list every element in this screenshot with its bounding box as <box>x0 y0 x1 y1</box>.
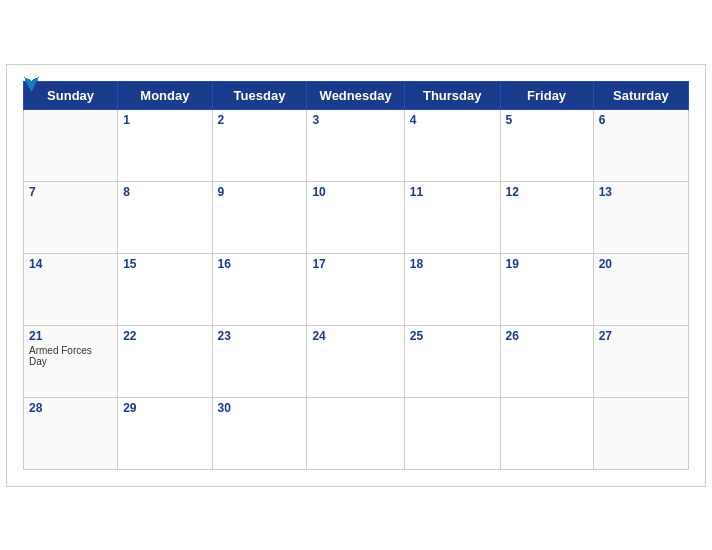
calendar-cell: 10 <box>307 181 404 253</box>
calendar-cell <box>593 397 688 469</box>
calendar-cell: 19 <box>500 253 593 325</box>
day-number: 3 <box>312 113 398 127</box>
day-number: 24 <box>312 329 398 343</box>
day-number: 21 <box>29 329 112 343</box>
calendar-cell: 9 <box>212 181 307 253</box>
calendar-cell: 21Armed Forces Day <box>24 325 118 397</box>
day-number: 19 <box>506 257 588 271</box>
calendar-cell: 17 <box>307 253 404 325</box>
calendar-cell: 16 <box>212 253 307 325</box>
calendar-cell <box>404 397 500 469</box>
holiday-label: Armed Forces Day <box>29 345 112 367</box>
calendar-cell: 23 <box>212 325 307 397</box>
day-number: 28 <box>29 401 112 415</box>
day-number: 17 <box>312 257 398 271</box>
header-thursday: Thursday <box>404 81 500 109</box>
calendar-cell <box>24 109 118 181</box>
day-number: 12 <box>506 185 588 199</box>
day-number: 8 <box>123 185 206 199</box>
calendar-cell: 15 <box>118 253 212 325</box>
day-number: 26 <box>506 329 588 343</box>
day-number: 30 <box>218 401 302 415</box>
calendar-cell: 4 <box>404 109 500 181</box>
day-number: 23 <box>218 329 302 343</box>
calendar-cell: 5 <box>500 109 593 181</box>
day-number: 4 <box>410 113 495 127</box>
calendar-week-row: 282930 <box>24 397 689 469</box>
calendar-cell: 13 <box>593 181 688 253</box>
day-number: 9 <box>218 185 302 199</box>
day-number: 18 <box>410 257 495 271</box>
calendar-cell: 20 <box>593 253 688 325</box>
header-monday: Monday <box>118 81 212 109</box>
day-number: 2 <box>218 113 302 127</box>
calendar-cell: 28 <box>24 397 118 469</box>
day-number: 29 <box>123 401 206 415</box>
calendar-cell: 11 <box>404 181 500 253</box>
day-number: 16 <box>218 257 302 271</box>
calendar-cell: 3 <box>307 109 404 181</box>
day-number: 11 <box>410 185 495 199</box>
calendar-container: ⮟ Sunday Monday Tuesday Wednesday Thursd… <box>6 64 706 487</box>
calendar-cell <box>500 397 593 469</box>
header-wednesday: Wednesday <box>307 81 404 109</box>
day-number: 14 <box>29 257 112 271</box>
logo-bird-icon: ⮟ <box>23 75 41 95</box>
weekday-header-row: Sunday Monday Tuesday Wednesday Thursday… <box>24 81 689 109</box>
calendar-cell: 14 <box>24 253 118 325</box>
day-number: 20 <box>599 257 683 271</box>
calendar-week-row: 123456 <box>24 109 689 181</box>
day-number: 6 <box>599 113 683 127</box>
calendar-cell: 22 <box>118 325 212 397</box>
day-number: 13 <box>599 185 683 199</box>
calendar-cell: 6 <box>593 109 688 181</box>
calendar-cell: 12 <box>500 181 593 253</box>
calendar-cell: 27 <box>593 325 688 397</box>
day-number: 22 <box>123 329 206 343</box>
calendar-cell: 8 <box>118 181 212 253</box>
day-number: 1 <box>123 113 206 127</box>
day-number: 5 <box>506 113 588 127</box>
calendar-cell: 7 <box>24 181 118 253</box>
day-number: 25 <box>410 329 495 343</box>
calendar-week-row: 14151617181920 <box>24 253 689 325</box>
calendar-cell: 18 <box>404 253 500 325</box>
day-number: 10 <box>312 185 398 199</box>
calendar-week-row: 21Armed Forces Day222324252627 <box>24 325 689 397</box>
calendar-cell: 2 <box>212 109 307 181</box>
calendar-grid: Sunday Monday Tuesday Wednesday Thursday… <box>23 81 689 470</box>
logo: ⮟ <box>23 75 41 95</box>
calendar-week-row: 78910111213 <box>24 181 689 253</box>
header-saturday: Saturday <box>593 81 688 109</box>
day-number: 7 <box>29 185 112 199</box>
header-friday: Friday <box>500 81 593 109</box>
calendar-cell: 26 <box>500 325 593 397</box>
header-tuesday: Tuesday <box>212 81 307 109</box>
calendar-cell: 25 <box>404 325 500 397</box>
calendar-cell <box>307 397 404 469</box>
calendar-cell: 29 <box>118 397 212 469</box>
calendar-cell: 30 <box>212 397 307 469</box>
day-number: 15 <box>123 257 206 271</box>
calendar-cell: 1 <box>118 109 212 181</box>
day-number: 27 <box>599 329 683 343</box>
calendar-cell: 24 <box>307 325 404 397</box>
